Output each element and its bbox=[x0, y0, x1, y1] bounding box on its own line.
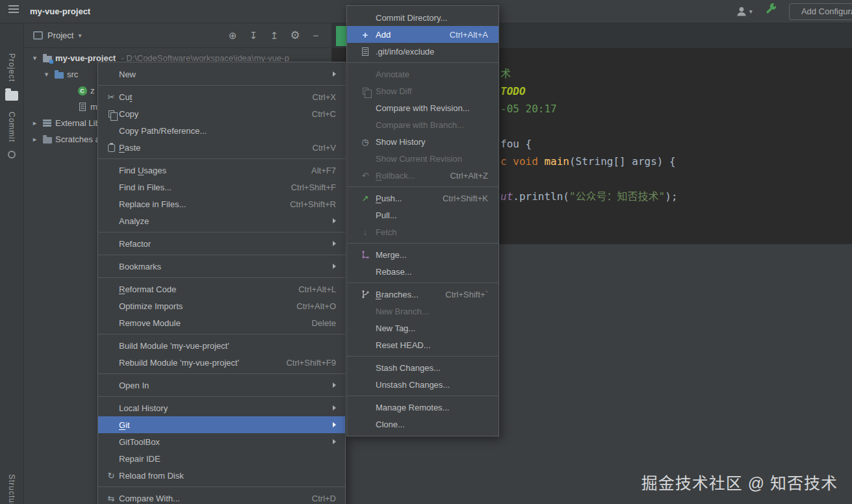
menu-item-analyze[interactable]: Analyze bbox=[98, 212, 345, 229]
tool-stripe-structure-button[interactable]: Structure bbox=[7, 474, 16, 504]
menu-item-git[interactable]: Git bbox=[98, 416, 345, 433]
chevron-down-icon[interactable]: ▾ bbox=[41, 70, 52, 79]
copy-icon bbox=[103, 110, 119, 118]
commit-tool-icon[interactable] bbox=[8, 151, 16, 158]
menu-item-add[interactable]: +AddCtrl+Alt+A bbox=[347, 26, 498, 43]
menu-item-clone[interactable]: Clone... bbox=[347, 416, 498, 433]
menu-item-compare-with-revision[interactable]: Compare with Revision... bbox=[347, 99, 498, 116]
menu-item-git-info-exclude[interactable]: .git/info/exclude bbox=[347, 43, 498, 60]
menu-item-show-history[interactable]: ◷Show History bbox=[347, 133, 498, 150]
menu-item-label: Copy Path/Reference... bbox=[119, 126, 207, 136]
menu-item-label: New bbox=[119, 69, 136, 79]
menu-item-optimize-imports[interactable]: Optimize ImportsCtrl+Alt+O bbox=[98, 297, 345, 314]
menu-item-commit-directory[interactable]: Commit Directory... bbox=[347, 9, 498, 26]
menu-item-label: Remove Module bbox=[119, 318, 181, 328]
collapse-all-icon[interactable]: ↧ bbox=[243, 30, 264, 42]
project-folder-icon[interactable] bbox=[5, 91, 18, 101]
menu-item-copy[interactable]: CopyCtrl+C bbox=[98, 105, 345, 122]
menu-item-compare-with[interactable]: ⇆Compare With...Ctrl+D bbox=[98, 490, 345, 504]
menu-item-stash-changes[interactable]: Stash Changes... bbox=[347, 359, 498, 376]
code-token: ); bbox=[665, 190, 677, 203]
menu-item-label: Compare with Branch... bbox=[376, 120, 464, 130]
code-line: fou { bbox=[500, 135, 678, 153]
menu-item-build-module-my-vue-project[interactable]: Build Module 'my-vue-project' bbox=[98, 337, 345, 354]
menu-item-label: New Tag... bbox=[376, 323, 415, 333]
chevron-down-icon[interactable]: ▾ bbox=[29, 54, 40, 62]
menu-item-cut[interactable]: ✂CutCtrl+X bbox=[98, 88, 345, 105]
menu-item-branches[interactable]: Branches...Ctrl+Shift+` bbox=[347, 286, 498, 303]
submenu-arrow-icon bbox=[315, 241, 336, 246]
settings-gear-icon[interactable]: ⚙ bbox=[285, 29, 305, 42]
tree-item-label: z bbox=[90, 86, 95, 95]
code-block: 术TODO-05 20:17fou {c void main(String[] … bbox=[500, 65, 678, 205]
menu-separator bbox=[98, 486, 345, 487]
locate-file-icon[interactable]: ⊕ bbox=[222, 30, 243, 42]
menu-item-shortcut: Ctrl+Shift+K bbox=[424, 194, 488, 203]
hide-panel-icon[interactable]: − bbox=[305, 30, 326, 41]
menu-item-label: Unstash Changes... bbox=[376, 380, 450, 390]
menu-item-find-usages[interactable]: Find UsagesAlt+F7 bbox=[98, 162, 345, 179]
code-line: c void main(String[] args) { bbox=[500, 153, 678, 170]
menu-separator bbox=[98, 277, 345, 278]
menu-item-label: Pull... bbox=[376, 210, 397, 220]
menu-item-refactor[interactable]: Refactor bbox=[98, 235, 345, 252]
menu-item-compare-with-branch: Compare with Branch... bbox=[347, 116, 498, 133]
project-view-selector[interactable]: Project bbox=[47, 31, 73, 40]
menu-item-reformat-code[interactable]: Reformat CodeCtrl+Alt+L bbox=[98, 281, 345, 297]
menu-item-find-in-files[interactable]: Find in Files...Ctrl+Shift+F bbox=[98, 179, 345, 195]
menu-item-new-tag[interactable]: New Tag... bbox=[347, 320, 498, 336]
hamburger-lines bbox=[8, 5, 19, 6]
wrench-icon[interactable] bbox=[764, 3, 778, 19]
submenu-arrow-glyph bbox=[333, 264, 336, 269]
chevron-right-icon[interactable]: ▸ bbox=[29, 135, 40, 144]
menu-item-new[interactable]: New bbox=[98, 66, 345, 82]
tool-stripe-commit-button[interactable]: Commit bbox=[7, 112, 16, 142]
code-line bbox=[500, 118, 678, 135]
submenu-arrow-glyph bbox=[333, 383, 336, 388]
menu-item-paste[interactable]: PasteCtrl+V bbox=[98, 139, 345, 156]
class-icon: C bbox=[75, 86, 89, 95]
menu-item-local-history[interactable]: Local History bbox=[98, 399, 345, 416]
code-line bbox=[500, 170, 678, 188]
menu-item-manage-remotes[interactable]: Manage Remotes... bbox=[347, 399, 498, 416]
menu-item-rebuild-module-my-vue-project[interactable]: Rebuild Module 'my-vue-project'Ctrl+Shif… bbox=[98, 354, 345, 371]
menu-item-pull[interactable]: Pull... bbox=[347, 207, 498, 223]
menu-item-shortcut: Ctrl+Alt+A bbox=[432, 30, 488, 40]
exclude-file-icon bbox=[355, 47, 376, 56]
menu-item-remove-module[interactable]: Remove ModuleDelete bbox=[98, 314, 345, 331]
menu-item-open-in[interactable]: Open In bbox=[98, 377, 345, 394]
menu-item-shortcut: Ctrl+Alt+Z bbox=[432, 171, 488, 181]
context-menu: New✂CutCtrl+XCopyCtrl+CCopy Path/Referen… bbox=[97, 62, 346, 504]
chevron-down-icon[interactable]: ▾ bbox=[78, 32, 81, 39]
menu-item-label: Show Current Revision bbox=[376, 154, 462, 164]
menu-item-label: Push... bbox=[376, 194, 402, 203]
folder-blue-icon bbox=[52, 70, 66, 79]
add-configuration-button[interactable]: Add Configura bbox=[789, 3, 852, 20]
menu-item-replace-in-files[interactable]: Replace in Files...Ctrl+Shift+R bbox=[98, 195, 345, 212]
submenu-arrow-icon bbox=[315, 71, 336, 77]
submenu-arrow-glyph bbox=[333, 71, 336, 77]
menu-item-unstash-changes[interactable]: Unstash Changes... bbox=[347, 376, 498, 393]
menu-item-reset-head[interactable]: Reset HEAD... bbox=[347, 336, 498, 353]
menu-item-rebase[interactable]: Rebase... bbox=[347, 263, 498, 280]
submenu-arrow-glyph bbox=[333, 241, 336, 246]
menu-item-merge[interactable]: Merge... bbox=[347, 246, 498, 263]
submenu-arrow-icon bbox=[315, 264, 336, 269]
submenu-arrow-glyph bbox=[333, 405, 336, 410]
menu-item-gittoolbox[interactable]: GitToolBox bbox=[98, 433, 345, 450]
menu-item-shortcut: Delete bbox=[293, 318, 336, 328]
expand-all-icon[interactable]: ↥ bbox=[264, 30, 285, 42]
user-account-button[interactable]: ▾ bbox=[735, 5, 753, 18]
menu-item-shortcut: Alt+F7 bbox=[293, 166, 336, 175]
menu-item-repair-ide[interactable]: Repair IDE bbox=[98, 450, 345, 467]
chevron-right-icon[interactable]: ▸ bbox=[29, 119, 40, 127]
code-line: -05 20:17 bbox=[500, 100, 678, 118]
code-token: main bbox=[544, 155, 569, 168]
menu-item-bookmarks[interactable]: Bookmarks bbox=[98, 258, 345, 275]
menu-item-reload-from-disk[interactable]: ↻Reload from Disk bbox=[98, 467, 345, 484]
menu-item-label: Add bbox=[376, 30, 391, 40]
menu-item-copy-path-reference[interactable]: Copy Path/Reference... bbox=[98, 122, 345, 139]
menu-item-label: Clone... bbox=[376, 420, 405, 429]
tool-stripe-project-button[interactable]: Project bbox=[7, 53, 16, 82]
menu-item-push[interactable]: ↗Push...Ctrl+Shift+K bbox=[347, 190, 498, 207]
